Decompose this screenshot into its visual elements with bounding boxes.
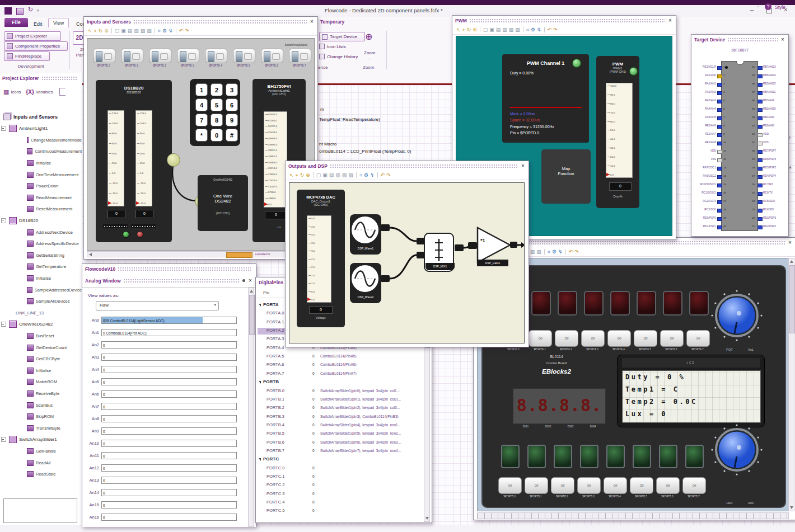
- keypad-key-2[interactable]: 2: [211, 83, 223, 96]
- switch-button[interactable]: [216, 53, 224, 60]
- switch-button[interactable]: [300, 53, 308, 60]
- mirror-tool-icon[interactable]: ▧: [509, 27, 514, 32]
- tree-item-GetHandle[interactable]: GetHandle: [0, 446, 82, 456]
- connections-icon[interactable]: ⌗: [548, 249, 550, 255]
- minimize-button[interactable]: –: [750, 6, 754, 13]
- simulate-icon[interactable]: ↯: [558, 249, 563, 255]
- switch-button[interactable]: [160, 53, 168, 60]
- undo-icon[interactable]: ↶: [381, 173, 385, 178]
- portb-switch-6[interactable]: Off: [656, 477, 680, 494]
- scroll-thumb[interactable]: [249, 295, 255, 335]
- group-expander-icon[interactable]: [259, 458, 261, 461]
- pin-row-PORTB.3[interactable]: PORTB.3: [266, 414, 284, 419]
- pin-row-PORTB.5[interactable]: PORTB.5: [266, 431, 284, 436]
- tree-item-ReceiveByte[interactable]: ReceiveByte: [0, 388, 82, 398]
- collapse-ribbon-icon[interactable]: ^: [757, 4, 759, 10]
- minimize-icon[interactable]: [242, 279, 245, 282]
- zoom-icon[interactable]: ⊕: [365, 31, 372, 42]
- close-icon[interactable]: ×: [247, 277, 253, 284]
- redo-icon[interactable]: ↷: [386, 173, 391, 178]
- analog-value-field[interactable]: 0: [101, 354, 237, 361]
- tree-item-Initialise[interactable]: Initialise: [0, 158, 82, 168]
- icons-tab-label[interactable]: Icons: [11, 90, 21, 95]
- tree-item-ScanBus[interactable]: ScanBus: [0, 400, 82, 410]
- camera-tool-icon[interactable]: ▨: [515, 27, 520, 32]
- analog-value-field[interactable]: 0: [101, 452, 237, 459]
- keypad-key-3[interactable]: 3: [226, 83, 238, 96]
- dac-slider[interactable]: 5.04.54.03.53.02.52.01.51.00.50.0: [307, 215, 331, 303]
- porta-switch-3[interactable]: Off: [581, 330, 605, 347]
- project-explorer-header[interactable]: Project Explorer: [0, 73, 82, 83]
- macros-tab-icon[interactable]: [59, 88, 66, 96]
- tab-edit[interactable]: Edit: [29, 20, 47, 29]
- group-tool-icon[interactable]: ▣: [121, 29, 126, 34]
- tree-item-SkipROM[interactable]: SkipROM: [0, 412, 82, 422]
- camera-tool-icon[interactable]: ▨: [536, 249, 541, 255]
- vertical-scrollbar[interactable]: [788, 258, 794, 511]
- pin-row-PORTB.6[interactable]: PORTB.6: [266, 440, 284, 445]
- switch-handle[interactable]: [180, 51, 186, 62]
- pin-row-PORTA.7[interactable]: PORTA.7: [266, 371, 284, 376]
- zoom-label[interactable]: Zoom: [364, 50, 375, 55]
- tree-item-PowerDown[interactable]: PowerDown: [0, 181, 82, 191]
- app-icon[interactable]: [4, 7, 12, 15]
- onewire-component[interactable]: OneWireDS2482 One Wire DS2482 (I2C CH1): [198, 175, 248, 231]
- pin-group-PORTA[interactable]: PORTA: [263, 302, 278, 307]
- group-tool-icon[interactable]: ▣: [322, 173, 328, 178]
- help-icon[interactable]: ?: [765, 3, 771, 10]
- undo-icon[interactable]: ↶: [548, 27, 552, 32]
- close-icon[interactable]: ×: [309, 18, 315, 25]
- switch-button[interactable]: [188, 53, 196, 60]
- slide-switch[interactable]: [177, 49, 199, 63]
- dsp-wave1-dial[interactable]: [350, 215, 380, 244]
- pin-row-PORTC.5[interactable]: PORTC.5: [266, 508, 284, 513]
- properties-gear-icon[interactable]: ⚙: [162, 29, 167, 34]
- analog-value-field[interactable]: 0: [101, 341, 237, 349]
- undo-icon[interactable]: ↶: [569, 249, 573, 255]
- keypad-key-0[interactable]: 0: [211, 129, 223, 142]
- variables-tab-icon[interactable]: {X}: [26, 89, 34, 95]
- style-button[interactable]: Style: [775, 4, 785, 10]
- connections-icon[interactable]: ⌗: [359, 173, 362, 178]
- tree-item-Inputs and Sensors[interactable]: Inputs and Sensors: [0, 112, 82, 122]
- icon-lists-toggle[interactable]: Icon Lists: [319, 44, 346, 49]
- keypad-key-1[interactable]: 1: [195, 83, 208, 96]
- pin-row-PORTC.3[interactable]: PORTC.3: [266, 491, 284, 496]
- pin-row-PORTB.0[interactable]: PORTB.0: [266, 388, 284, 393]
- analog-value-field[interactable]: 0: [101, 390, 237, 398]
- pwm-panel-titlebar[interactable]: PWM ×: [452, 16, 676, 25]
- align-tool-icon[interactable]: ▤: [496, 27, 501, 32]
- tree-item-ChangeMeasurementMode[interactable]: ChangeMeasurementMode: [0, 135, 82, 145]
- scroll-down-icon[interactable]: [425, 517, 429, 520]
- mirror-tool-icon[interactable]: ▧: [530, 249, 535, 255]
- scroll-thumb[interactable]: [226, 252, 252, 258]
- slide-switch[interactable]: [261, 49, 283, 63]
- slider-marker[interactable]: [264, 203, 268, 206]
- scroll-down-icon[interactable]: [790, 506, 793, 509]
- quick-access-caret-icon[interactable]: ▾: [37, 8, 39, 13]
- pan-cursor-icon[interactable]: ⊕: [104, 29, 109, 34]
- component-properties-button[interactable]: Component Properties: [4, 41, 68, 51]
- save-icon[interactable]: [16, 8, 24, 15]
- tree-item-SampleAddressedDevice[interactable]: SampleAddressedDevice: [0, 285, 82, 295]
- analog-value-field[interactable]: 0: [101, 477, 237, 484]
- connections-icon[interactable]: ⌗: [526, 27, 529, 32]
- pin-row-PORTA.3[interactable]: PORTA.3: [266, 336, 284, 341]
- chevron-up-icon[interactable]: ▲: [788, 165, 792, 169]
- portb-switch-2[interactable]: Off: [551, 477, 574, 494]
- tree-item-AddressSpecificDevice[interactable]: AddressSpecificDevice: [0, 239, 82, 249]
- tree-expander-icon[interactable]: [1, 126, 6, 131]
- slider-marker[interactable]: [108, 201, 111, 205]
- analog-value-field[interactable]: 0: [101, 366, 237, 373]
- pin-row-PORTC.2[interactable]: PORTC.2: [266, 482, 284, 487]
- outputs-panel-titlebar[interactable]: Outputs and DSP ×: [286, 161, 529, 171]
- redo-icon[interactable]: ↷: [574, 249, 579, 255]
- keypad-key-9[interactable]: 9: [226, 114, 238, 126]
- simulate-icon[interactable]: ↯: [537, 27, 541, 32]
- close-icon[interactable]: ×: [520, 163, 526, 169]
- pin-row-PORTA.4[interactable]: PORTA.4: [266, 345, 284, 350]
- pan-cursor-icon[interactable]: ⊕: [473, 27, 477, 32]
- tree-item-AddressNextDevice[interactable]: AddressNextDevice: [0, 227, 82, 237]
- slider-marker[interactable]: [606, 173, 610, 176]
- tree-item-AmbientLight1[interactable]: AmbientLight1: [0, 124, 82, 134]
